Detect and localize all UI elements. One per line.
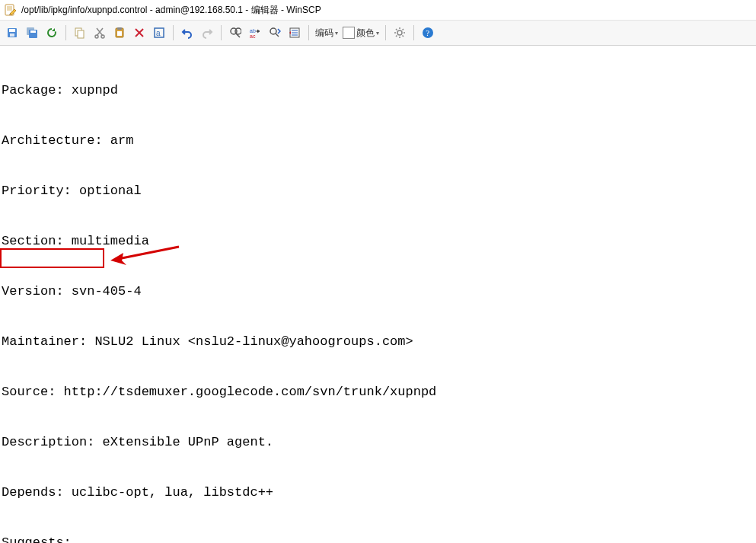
text-line: Source: http://tsdemuxer.googlecode.com/… [2,384,756,401]
toolbar-separator [385,25,386,40]
svg-text:ab: ab [250,28,256,34]
chevron-down-icon: ▾ [376,30,379,37]
toolbar-separator [413,25,414,40]
svg-rect-12 [117,27,122,30]
chevron-down-icon: ▾ [335,30,338,37]
encoding-menu[interactable]: 编码 ▾ [314,24,340,41]
svg-rect-8 [78,30,84,38]
svg-point-17 [235,28,241,34]
text-line: Suggests: [2,535,756,543]
copy-icon[interactable] [71,24,89,42]
replace-icon[interactable]: abac [246,24,264,42]
settings-icon[interactable] [391,24,409,42]
save-icon[interactable] [3,24,21,42]
color-label: 颜色 [356,27,375,40]
app-edit-icon [5,4,17,16]
svg-rect-2 [9,29,15,32]
svg-rect-13 [117,31,122,36]
toolbar-separator [65,25,66,40]
encoding-label: 编码 [315,27,333,40]
color-menu[interactable]: 颜色 ▾ [341,24,381,41]
text-line: Description: eXtensible UPnP agent. [2,434,756,451]
find-next-icon[interactable] [266,24,284,42]
svg-text:a: a [156,29,161,37]
delete-icon[interactable] [130,24,148,42]
toolbar-separator [173,25,174,40]
select-all-icon[interactable]: a [150,24,168,42]
text-line: Maintainer: NSLU2 Linux <nslu2-linux@yah… [2,334,756,350]
text-line: Depends: uclibc-opt, lua, libstdc++ [2,484,756,501]
svg-point-20 [270,28,276,34]
toolbar-separator [221,25,222,40]
goto-line-icon[interactable] [285,24,304,42]
svg-text:?: ? [426,28,429,37]
text-line: Package: xupnpd [2,82,756,99]
titlebar: /opt/lib/ipkg/info/xupnpd.control - admi… [0,0,756,21]
color-swatch-icon [343,27,355,39]
svg-point-10 [101,35,104,38]
toolbar-separator [308,25,309,40]
svg-point-22 [397,30,402,35]
window-title: /opt/lib/ipkg/info/xupnpd.control - admi… [21,4,321,17]
paste-icon[interactable] [110,24,129,42]
find-icon[interactable] [226,24,244,42]
cut-icon[interactable] [91,24,109,42]
svg-rect-6 [30,30,36,33]
svg-text:ac: ac [250,34,256,39]
svg-point-9 [95,35,98,38]
text-line: Version: svn-405-4 [2,283,756,300]
save-all-icon[interactable] [23,24,41,42]
text-line: Section: multimedia [2,233,756,250]
text-line: Priority: optional [2,183,756,200]
redo-icon[interactable] [198,24,216,42]
undo-icon[interactable] [178,24,196,42]
help-icon[interactable]: ? [419,24,437,42]
toolbar: a abac 编码 ▾ 颜色 ▾ ? [0,21,756,46]
reload-icon[interactable] [43,24,61,42]
svg-rect-3 [10,34,14,37]
annotation-highlight-box [0,248,104,268]
editor-area[interactable]: Package: xupnpd Architecture: arm Priori… [0,46,756,543]
text-line: Architecture: arm [2,133,756,149]
